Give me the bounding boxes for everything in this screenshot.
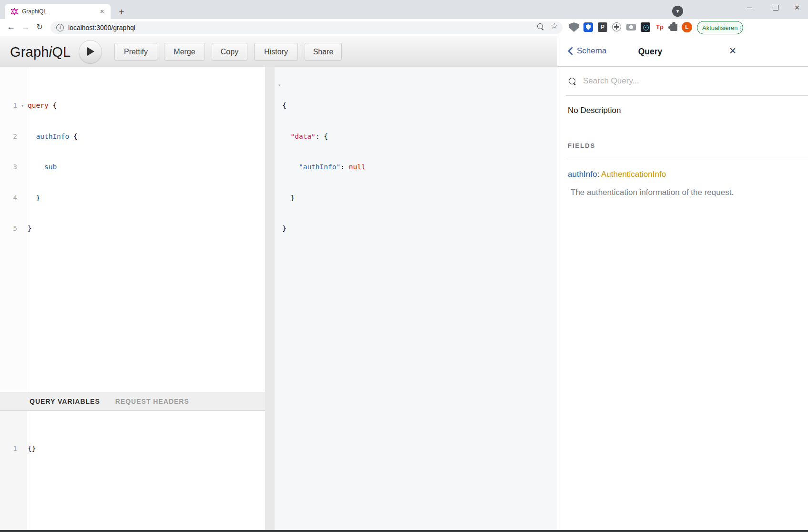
query-line-5[interactable]: 5 } xyxy=(0,224,265,234)
docs-title: Query xyxy=(629,47,672,57)
field-type-link[interactable]: AuthenticationInfo xyxy=(601,170,666,179)
crosshair-extension-icon[interactable] xyxy=(612,22,621,31)
docs-close-icon[interactable]: × xyxy=(725,43,740,58)
update-label: Aktualisieren xyxy=(702,24,737,31)
field-colon: : xyxy=(597,170,599,179)
variables-editor[interactable]: 1 {} xyxy=(0,411,265,530)
result-fold-arrow-icon[interactable]: ▾ xyxy=(276,80,282,91)
query-editor[interactable]: 1 ▾ query { 2 authInfo { 3 sub 4 } 5 xyxy=(0,67,265,392)
extensions-puzzle-icon[interactable] xyxy=(670,24,677,31)
doc-explorer-panel: Schema Query × No Description FIELDS aut… xyxy=(557,36,808,530)
docs-back-link[interactable]: Schema xyxy=(568,46,606,56)
profile-avatar[interactable]: L xyxy=(682,22,692,32)
doc-explorer-header: Schema Query × xyxy=(557,36,808,67)
query-line-2[interactable]: 2 authInfo { xyxy=(0,132,265,142)
tab-title: GraphiQL xyxy=(22,8,98,15)
share-button[interactable]: Share xyxy=(305,43,342,61)
line-number: 1 xyxy=(0,101,17,111)
line-number: 3 xyxy=(0,162,17,173)
tab-search-button[interactable]: ▾ xyxy=(672,6,683,17)
bitwarden-extension-icon[interactable] xyxy=(583,22,593,32)
tab-close-icon[interactable]: × xyxy=(98,8,106,15)
query-line-3[interactable]: 3 sub xyxy=(0,162,265,173)
docs-back-label: Schema xyxy=(577,46,606,56)
search-icon xyxy=(569,78,575,84)
line-number: 4 xyxy=(0,193,17,204)
result-line-1: { xyxy=(282,101,557,111)
address-bar[interactable]: i localhost:3000/graphql xyxy=(51,21,563,34)
copy-button[interactable]: Copy xyxy=(212,43,247,61)
new-tab-button[interactable]: + xyxy=(115,6,128,18)
fields-section-heading: FIELDS xyxy=(568,142,595,149)
query-line-4[interactable]: 4 } xyxy=(0,193,265,204)
type-description: No Description xyxy=(568,106,621,115)
browser-window: GraphiQL × + ▾ × ← → ↻ i localhost:3000/… xyxy=(0,0,808,532)
tab-query-variables[interactable]: QUERY VARIABLES xyxy=(30,398,100,405)
zoom-icon[interactable] xyxy=(537,23,543,29)
window-close-button[interactable]: × xyxy=(786,0,808,15)
browser-menu-icon[interactable]: ⋮ xyxy=(737,24,744,31)
fold-arrow-icon[interactable]: ▾ xyxy=(17,101,28,111)
tampermonkey-extension-icon[interactable]: Tp xyxy=(655,22,665,32)
browser-tab-graphiql[interactable]: GraphiQL × xyxy=(5,4,111,19)
prettify-button[interactable]: Prettify xyxy=(114,43,157,61)
tab-request-headers[interactable]: REQUEST HEADERS xyxy=(115,398,189,405)
tab-strip: GraphiQL × + ▾ × xyxy=(0,0,808,19)
chrome-update-button[interactable]: Aktualisieren ⋮ xyxy=(697,21,743,34)
result-line-4: } xyxy=(282,193,557,204)
execute-query-button[interactable] xyxy=(79,40,102,63)
field-description: The authentication information of the re… xyxy=(571,188,734,197)
result-line-2: "data": { xyxy=(282,132,557,142)
url-text[interactable]: localhost:3000/graphql xyxy=(68,24,135,31)
variables-tab-bar: QUERY VARIABLES REQUEST HEADERS xyxy=(0,392,265,411)
chevron-left-icon xyxy=(568,47,573,55)
field-row-authinfo: authInfo: AuthenticationInfo xyxy=(568,170,666,179)
p-extension-icon[interactable]: P xyxy=(598,22,607,32)
query-line-1[interactable]: 1 ▾ query { xyxy=(0,101,265,111)
line-number: 1 xyxy=(0,444,17,454)
history-button[interactable]: History xyxy=(254,43,298,61)
variables-line-1[interactable]: 1 {} xyxy=(0,444,265,454)
window-minimize-button[interactable] xyxy=(738,0,760,15)
result-line-5: } xyxy=(282,224,557,234)
back-button[interactable]: ← xyxy=(5,21,17,33)
bookmark-star-icon[interactable]: ☆ xyxy=(551,21,558,31)
merge-button[interactable]: Merge xyxy=(164,43,205,61)
fields-divider xyxy=(567,160,808,160)
docs-search-input[interactable] xyxy=(582,76,808,86)
page-info-icon[interactable]: i xyxy=(56,24,64,31)
window-maximize-button[interactable] xyxy=(765,0,787,15)
reload-button[interactable]: ↻ xyxy=(33,21,46,33)
graphiql-logo: GraphiQL xyxy=(10,44,71,60)
line-number: 5 xyxy=(0,224,17,234)
toolbar-buttons: Prettify Merge Copy History Share xyxy=(114,43,342,61)
forward-button[interactable]: → xyxy=(19,21,31,33)
line-number: 2 xyxy=(0,132,17,142)
react-devtools-extension-icon[interactable] xyxy=(641,22,650,32)
graphql-favicon-icon xyxy=(10,8,18,15)
field-name-link[interactable]: authInfo xyxy=(568,170,597,179)
result-line-3: "authInfo": null xyxy=(282,162,557,173)
play-icon xyxy=(87,47,94,56)
editor-resize-divider[interactable] xyxy=(265,67,275,530)
docs-search-box[interactable] xyxy=(566,67,808,96)
window-frame-edge xyxy=(0,530,808,532)
screenshot-extension-icon[interactable] xyxy=(626,24,636,31)
result-viewer[interactable]: ▾ { "data": { "authInfo": null } } xyxy=(275,67,557,530)
